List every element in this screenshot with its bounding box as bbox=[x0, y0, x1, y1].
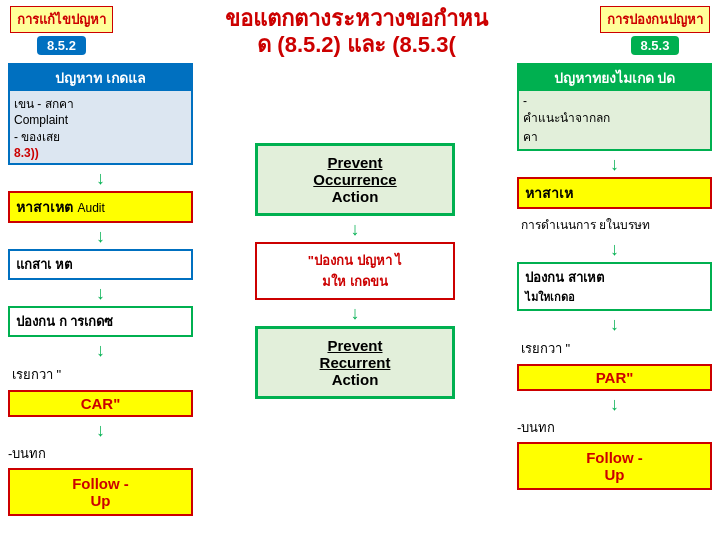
right-arrow-3: ↓ bbox=[517, 315, 712, 333]
left-follow-box: Follow - Up bbox=[8, 468, 193, 516]
right-arrow-1: ↓ bbox=[517, 155, 712, 173]
right-arrow-4: ↓ bbox=[517, 395, 712, 413]
prevent-occurrence-box: Prevent Occurrence Action bbox=[255, 143, 455, 216]
right-recall-label: เรยกวา " bbox=[517, 337, 712, 360]
right-problem-header: ปญหาทยงไมเกด ปด bbox=[519, 65, 710, 91]
arrow-down-1: ↓ bbox=[8, 169, 193, 187]
prevent-occurrence-container: Prevent Occurrence Action bbox=[255, 143, 455, 216]
right-arrow-2: ↓ bbox=[517, 240, 712, 258]
left-prevent-box: ปองกน ก ารเกดซ bbox=[8, 306, 193, 337]
right-recommendations: - คำแนะนำจากลก คา bbox=[519, 91, 710, 149]
left-problem-header: ปญหาท เกดแล bbox=[10, 65, 191, 91]
right-follow-box: Follow - Up bbox=[517, 442, 712, 490]
action-label: Action bbox=[268, 188, 442, 205]
right-par-box: PAR" bbox=[517, 364, 712, 391]
left-fix-box: แกสาเ หต bbox=[8, 249, 193, 280]
main-title: ขอแตกตางระหวางขอกำหน ด (8.5.2) และ (8.5.… bbox=[113, 6, 600, 59]
right-prevent-box: ปองกน สาเหต ไมใหเกดอ bbox=[517, 262, 712, 311]
arrow-down-2: ↓ bbox=[8, 227, 193, 245]
left-recall-label: เรยกวา " bbox=[8, 363, 193, 386]
arrow-down-center: ↓ bbox=[351, 220, 360, 238]
right-find-cause-label: หาสาเห bbox=[525, 185, 573, 201]
right-note-label: -บนทก bbox=[517, 417, 712, 438]
right-badge: 8.5.3 bbox=[631, 36, 680, 55]
arrow-down-5: ↓ bbox=[8, 421, 193, 439]
page-container: การแก้ไขปญหา 8.5.2 ขอแตกตางระหวางขอกำหน … bbox=[0, 0, 720, 540]
right-top-label: การปองกนปญหา bbox=[600, 6, 710, 33]
left-find-cause-box: หาสาเหต Audit bbox=[8, 191, 193, 223]
action2-label: Action bbox=[268, 371, 442, 388]
arrow-down-center-2: ↓ bbox=[351, 304, 360, 322]
quote-line2: มให เกดขน bbox=[265, 271, 445, 292]
prevent-recurrent-title: Prevent bbox=[268, 337, 442, 354]
quote-line1: "ปองกน ปญหา ไ bbox=[265, 250, 445, 271]
left-problem-box: ปญหาท เกดแล เขน - สกคา Complaint - ของเส… bbox=[8, 63, 193, 165]
left-note-label: -บนทก bbox=[8, 443, 193, 464]
right-problem-box: ปญหาทยงไมเกด ปด - คำแนะนำจากลก คา bbox=[517, 63, 712, 151]
header-right: การปองกนปญหา 8.5.3 bbox=[600, 6, 710, 55]
prevent-title: Prevent bbox=[268, 154, 442, 171]
right-column: ปญหาทยงไมเกด ปด - คำแนะนำจากลก คา ↓ หาสา… bbox=[517, 63, 712, 523]
header-center: ขอแตกตางระหวางขอกำหน ด (8.5.2) และ (8.5.… bbox=[113, 6, 600, 59]
left-column: ปญหาท เกดแล เขน - สกคา Complaint - ของเส… bbox=[8, 63, 193, 523]
center-column: Prevent Occurrence Action ↓ "ปองกน ปญหา … bbox=[199, 63, 511, 523]
prevent-recurrent-box: Prevent Recurrent Action bbox=[255, 326, 455, 399]
arrow-down-3: ↓ bbox=[8, 284, 193, 302]
left-find-cause-label: หาสาเหต bbox=[16, 199, 73, 215]
left-car-box: CAR" bbox=[8, 390, 193, 417]
right-find-detail: การดำเนนการ ยในบรษท bbox=[517, 213, 712, 236]
recurrent-title: Recurrent bbox=[268, 354, 442, 371]
header: การแก้ไขปญหา 8.5.2 ขอแตกตางระหวางขอกำหน … bbox=[0, 0, 720, 63]
left-badge: 8.5.2 bbox=[37, 36, 86, 55]
arrow-down-4: ↓ bbox=[8, 341, 193, 359]
left-top-label: การแก้ไขปญหา bbox=[10, 6, 113, 33]
header-left: การแก้ไขปญหา 8.5.2 bbox=[10, 6, 113, 55]
quote-box: "ปองกน ปญหา ไ มให เกดขน bbox=[255, 242, 455, 300]
left-issue-items: เขน - สกคา Complaint - ของเสย 8.3)) bbox=[10, 91, 191, 163]
main-content: ปญหาท เกดแล เขน - สกคา Complaint - ของเส… bbox=[0, 63, 720, 523]
right-find-cause-box: หาสาเห bbox=[517, 177, 712, 209]
occurrence-title: Occurrence bbox=[268, 171, 442, 188]
